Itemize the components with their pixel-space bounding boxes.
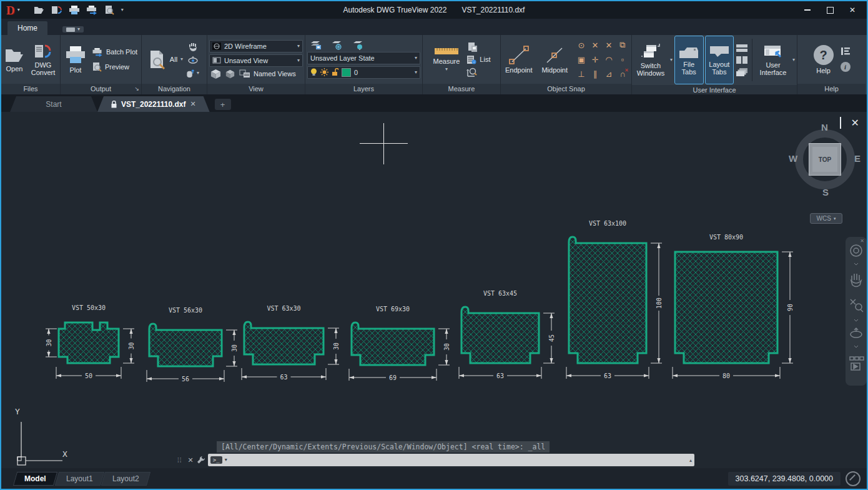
viewcube-top-face[interactable]: TOP [809, 143, 841, 176]
preview-icon[interactable] [104, 4, 115, 16]
measure-button[interactable]: Measure ▾ [433, 46, 461, 73]
layout-tabs-button[interactable]: Layout Tabs [706, 36, 734, 84]
plot-icon[interactable] [69, 4, 80, 16]
info-icon[interactable]: i [841, 62, 851, 72]
snap-parallel-icon[interactable]: ∥ [593, 69, 598, 79]
snap-nearest-icon[interactable]: ⊿ [606, 69, 613, 79]
command-bar-grip[interactable]: ⁞⁞ [177, 457, 182, 464]
tab-layout2[interactable]: Layout2 [101, 472, 150, 486]
layer-freeze-icon[interactable] [331, 41, 343, 50]
dwg-convert-button[interactable]: DWG Convert [29, 42, 57, 78]
minimize-button[interactable] [798, 3, 817, 17]
qat-customize-icon[interactable]: ▾ [121, 8, 124, 12]
tab-active-drawing[interactable]: VST_20221110.dxf ✕ [97, 96, 210, 112]
file-tabs-button[interactable]: File Tabs [675, 36, 703, 84]
layout-tabs-label: Layout Tabs [706, 61, 733, 76]
zoom-all-button[interactable]: All ▾ [149, 49, 183, 69]
tab-start[interactable]: Start [10, 96, 97, 112]
switch-windows-button[interactable]: Switch Windows [634, 42, 668, 78]
visual-style-select[interactable]: 2D Wireframe ▾ [209, 40, 303, 52]
command-line-bar[interactable]: ⁞⁞ ✕ >_ ▾ ▴ [177, 453, 694, 467]
plot-button[interactable]: Plot [64, 44, 87, 75]
snap-midpoint-button[interactable]: Midpoint [539, 44, 571, 75]
pan-hand-icon[interactable] [187, 41, 199, 52]
box-view-icon[interactable] [210, 69, 221, 79]
snap-endpoint-button[interactable]: Endpoint [503, 44, 535, 75]
navigation-bar[interactable]: ✕ [846, 237, 867, 386]
tab-model[interactable]: Model [13, 472, 57, 486]
chevron-down-icon[interactable]: ▾ [197, 71, 199, 76]
command-bar-close-icon[interactable]: ✕ [188, 456, 194, 464]
snap-center-icon[interactable]: ⊙ [578, 41, 585, 50]
tile-vertically-icon[interactable] [736, 56, 748, 64]
isolate-objects-icon[interactable] [846, 471, 861, 486]
close-button[interactable]: ✕ [843, 3, 862, 17]
command-expand-icon[interactable]: ▴ [689, 458, 692, 463]
dwg-convert-icon[interactable] [51, 4, 62, 16]
snap-insertion-icon[interactable]: ▫ [621, 55, 624, 64]
open-button[interactable]: Open [4, 46, 25, 74]
snap-node-icon[interactable]: ▣ [578, 55, 585, 64]
snap-tangent-icon[interactable]: ◠ [605, 55, 612, 64]
preview-icon [92, 62, 102, 72]
ribbon-group-object-snap: Endpoint Midpoint ⊙ ✕ ✕ ⧉ ▣ ✛ ◠ ▫ ⊥ ∥ [501, 35, 632, 94]
tile-horizontally-icon[interactable] [736, 44, 748, 52]
profile-vst-69x30[interactable]: VST 69x306930 [344, 305, 465, 392]
snap-extension-icon[interactable]: ⧉ [619, 40, 625, 50]
chevron-down-icon[interactable]: ▾ [670, 58, 673, 62]
maximize-button[interactable] [821, 3, 839, 17]
svg-text:VST 50x30: VST 50x30 [72, 304, 106, 311]
snap-perpendicular-icon[interactable]: ⊥ [578, 69, 584, 79]
snap-intersection-icon[interactable]: ✕ [592, 41, 599, 50]
application-menu-button[interactable]: D ▾ [1, 4, 25, 16]
profile-vst-56x30[interactable]: VST 56x305630 [142, 306, 253, 394]
chevron-down-icon: ▾ [17, 8, 20, 12]
wcs-menu[interactable]: WCS ▾ [810, 213, 842, 224]
measure-area-icon[interactable] [466, 67, 477, 78]
drawing-canvas[interactable]: ✕ N W E S TOP WCS ▾ ✕ [1, 112, 867, 468]
help-button[interactable]: ? Help [813, 44, 834, 76]
cascade-icon[interactable] [736, 68, 748, 76]
close-tab-icon[interactable]: ✕ [190, 100, 195, 108]
snap-none-icon[interactable]: ∩✕ [619, 69, 625, 79]
batch-plot-icon[interactable] [86, 4, 97, 16]
compass-north[interactable]: N [821, 122, 828, 132]
profile-vst-63x30[interactable]: VST 63x306330 [237, 304, 355, 392]
compass-south[interactable]: S [822, 187, 829, 198]
batch-plot-button[interactable]: Batch Plot [92, 48, 137, 57]
layer-properties-icon[interactable] [310, 41, 322, 50]
snap-apparent-intersection-icon[interactable]: ✕ [606, 41, 613, 50]
list-button[interactable]: i List [466, 55, 490, 64]
chevron-down-icon[interactable]: ▾ [792, 58, 795, 62]
viewcube[interactable]: N W E S TOP [795, 123, 855, 214]
named-views-button[interactable]: Named Views [239, 69, 296, 78]
tab-home[interactable]: Home [7, 21, 47, 35]
help-topics-icon[interactable] [841, 47, 851, 56]
compass-east[interactable]: E [854, 153, 861, 164]
compass-west[interactable]: W [789, 153, 797, 164]
tab-layout1[interactable]: Layout1 [55, 472, 104, 486]
profile-vst-63x100[interactable]: VST 63x10063100 [561, 219, 678, 391]
new-tab-button[interactable]: + [215, 99, 231, 110]
layer-off-icon[interactable] [352, 41, 365, 50]
open-icon[interactable] [34, 4, 45, 16]
pan-realtime-mouse-icon[interactable] [186, 69, 195, 78]
quick-measure-icon[interactable] [466, 42, 478, 52]
ribbon-group-user-interface: Switch Windows ▾ File Tabs Layout Tabs [632, 35, 797, 94]
snap-quadrant-icon[interactable]: ✛ [592, 55, 599, 64]
preview-button[interactable]: Preview [92, 62, 137, 72]
customize-wrench-icon[interactable] [197, 456, 205, 464]
view-select[interactable]: Unsaved View ▾ [209, 54, 303, 67]
dialog-launcher-icon[interactable]: ↘ [134, 84, 139, 94]
layer-state-select[interactable]: Unsaved Layer State ▾ [307, 52, 420, 64]
user-interface-button[interactable]: User Interface [756, 43, 790, 78]
profile-vst-63x45[interactable]: VST 63x456345 [454, 289, 570, 391]
recent-commands-icon[interactable]: ▾ [225, 458, 227, 462]
profile-vst-50x30[interactable]: VST 50x30503030 [41, 304, 150, 391]
layer-select[interactable]: 0 ▾ [307, 66, 420, 79]
ribbon-minimize-button[interactable]: ▾ [62, 26, 84, 32]
command-input[interactable]: >_ ▾ ▴ [208, 454, 694, 466]
orbit-icon[interactable] [187, 56, 199, 66]
isometric-view-icon[interactable] [225, 69, 235, 79]
profile-vst-80x90[interactable]: VST 80x908090 [668, 233, 809, 391]
